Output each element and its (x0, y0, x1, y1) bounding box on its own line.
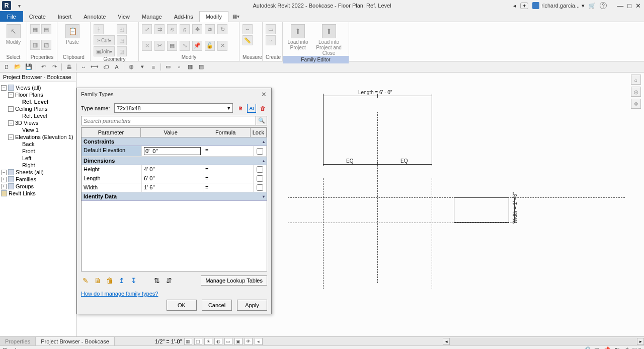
menu-annotate[interactable]: Annotate (77, 11, 112, 22)
create-similar-button[interactable]: ▫ (266, 35, 276, 45)
hscrollbar[interactable]: ◂ ▸ (443, 337, 644, 346)
dim2-icon[interactable]: ⟷ (90, 62, 99, 72)
node-elev-back[interactable]: Back (1, 141, 75, 148)
lock-default-elevation[interactable] (257, 148, 263, 155)
undo-icon[interactable]: ↶ (39, 62, 48, 72)
select-face-icon[interactable]: ◧ (613, 346, 621, 350)
help-icon[interactable]: ? (600, 2, 607, 9)
detail-level-icon[interactable]: ▦ (184, 338, 192, 345)
split-button[interactable]: ✂ (154, 41, 165, 51)
node-ref-level-2[interactable]: Ref. Level (1, 112, 75, 119)
delete-param-icon[interactable]: 🗑 (105, 276, 114, 285)
thin-lines-icon[interactable]: ≡ (149, 62, 158, 72)
text-icon[interactable]: A (112, 62, 121, 72)
apply-button[interactable]: Apply (237, 300, 267, 311)
col-lock[interactable]: Lock (251, 128, 267, 137)
menu-manage[interactable]: Manage (136, 11, 168, 22)
menu-view[interactable]: View (112, 11, 136, 22)
modify-tool[interactable]: ↖Modify (3, 24, 24, 45)
menu-file[interactable]: File (0, 11, 23, 22)
tab-project-browser[interactable]: Project Browser - Bookcase (36, 337, 115, 345)
mirror-drawn-button[interactable]: ⎌ (180, 24, 190, 34)
node-elevations[interactable]: −Elevations (Elevation 1) (1, 133, 75, 141)
copy-button[interactable]: ⧉ (205, 24, 215, 34)
create-group-button[interactable]: ▭ (266, 24, 276, 34)
tile-icon[interactable]: ▦ (186, 62, 195, 72)
default-elevation-input[interactable] (144, 147, 201, 155)
offset-button[interactable]: ⇉ (154, 24, 165, 34)
hide-isolate-icon[interactable]: 👁 (245, 338, 253, 345)
lock-width[interactable] (257, 184, 263, 191)
select-pinned-icon[interactable]: 📌 (603, 346, 611, 350)
scroll-right-icon[interactable]: ▸ (637, 338, 644, 345)
reveal-icon[interactable]: ◂ (255, 338, 263, 345)
print-icon[interactable]: 🖶 (64, 62, 73, 72)
measure-between-button[interactable]: ↔ (243, 24, 253, 34)
cascade-icon[interactable]: ▤ (197, 62, 206, 72)
section-icon[interactable]: ▾ (138, 62, 147, 72)
scale-label[interactable]: 1/2" = 1'-0" (155, 338, 182, 344)
cart-icon[interactable]: 🛒 (589, 3, 596, 9)
lock-length[interactable] (257, 175, 263, 182)
collapse-icon[interactable]: − (8, 120, 14, 126)
delete-button[interactable]: ✕ (217, 41, 227, 51)
rotate-button[interactable]: ↻ (217, 24, 227, 34)
menu-create[interactable]: Create (23, 11, 52, 22)
pin-button[interactable]: 📌 (192, 41, 202, 51)
edit-param-icon[interactable]: ✎ (81, 276, 90, 285)
menu-insert[interactable]: Insert (52, 11, 78, 22)
collapse-icon[interactable]: ▴ (263, 139, 265, 144)
collapse-icon[interactable]: − (8, 92, 14, 98)
new-icon[interactable]: 🗋 (2, 62, 11, 72)
scale-button[interactable]: ⤡ (180, 41, 190, 51)
collapse-icon[interactable]: − (8, 134, 14, 140)
family-types-button[interactable]: ▥ (30, 40, 40, 50)
dialog-close-button[interactable]: ✕ (259, 90, 268, 99)
collapse-icon[interactable]: ▾ (263, 194, 265, 199)
node-elev-right[interactable]: Right (1, 162, 75, 169)
properties-button[interactable]: ▦ (30, 24, 40, 34)
cancel-button[interactable]: Cancel (202, 300, 232, 311)
user-account[interactable]: richard.garcia... ▾ (532, 2, 585, 9)
redo-icon[interactable]: ↷ (50, 62, 59, 72)
manage-lookup-tables-button[interactable]: Manage Lookup Tables (201, 275, 267, 286)
menu-addins[interactable]: Add-Ins (168, 11, 199, 22)
shadow-icon[interactable]: ◐ (214, 338, 222, 345)
maximize-button[interactable]: □ (627, 2, 631, 10)
col-parameter[interactable]: Parameter (82, 128, 141, 137)
expand-icon[interactable]: + (1, 177, 7, 182)
sort-desc-icon[interactable]: ⇵ (165, 276, 174, 285)
trim-button[interactable]: ⤬ (142, 41, 152, 51)
move-up-icon[interactable]: ↥ (117, 276, 126, 285)
filter-icon[interactable]: ▽:0 (633, 346, 641, 350)
menu-context-icon[interactable]: ▦▾ (228, 11, 244, 22)
group-identity[interactable]: Identity Data▾ (82, 192, 267, 201)
search-button[interactable]: 🔍 (256, 116, 267, 125)
expand-icon[interactable]: + (1, 184, 7, 189)
geom-icon-3[interactable]: ◲ (117, 46, 127, 56)
node-views[interactable]: −Views (all) (1, 84, 75, 91)
node-families[interactable]: +Families (1, 176, 75, 183)
full-nav-wheel-icon[interactable]: ◎ (631, 87, 641, 97)
load-into-project-close-button[interactable]: ⬆Load into Project and Close (312, 24, 346, 56)
type-properties-button[interactable]: ▤ (41, 24, 51, 34)
pan-icon[interactable]: ✥ (631, 99, 641, 109)
group-dimensions[interactable]: Dimensions▴ (82, 157, 267, 165)
node-sheets[interactable]: −Sheets (all) (1, 169, 75, 176)
array-button[interactable]: ▦ (167, 41, 177, 51)
delete-type-icon[interactable]: 🗑 (258, 104, 267, 113)
node-revit-links[interactable]: Revit Links (1, 190, 75, 197)
node-ref-level[interactable]: Ref. Level (1, 98, 75, 105)
mirror-axis-button[interactable]: ⎋ (167, 24, 177, 34)
move-down-icon[interactable]: ↧ (129, 276, 138, 285)
scroll-left-icon[interactable]: ◂ (443, 338, 450, 345)
minimize-button[interactable]: — (617, 2, 623, 10)
select-links-icon[interactable]: 🔗 (583, 346, 591, 350)
menu-modify[interactable]: Modify (199, 11, 228, 22)
unpin-button[interactable]: 🔓 (205, 41, 215, 51)
new-type-icon[interactable]: 🗎 (236, 104, 245, 113)
sun-path-icon[interactable]: ☀ (204, 338, 212, 345)
ok-button[interactable]: OK (167, 300, 197, 311)
open-icon[interactable]: 📂 (13, 62, 22, 72)
home-icon[interactable]: ⌂ (631, 75, 641, 85)
